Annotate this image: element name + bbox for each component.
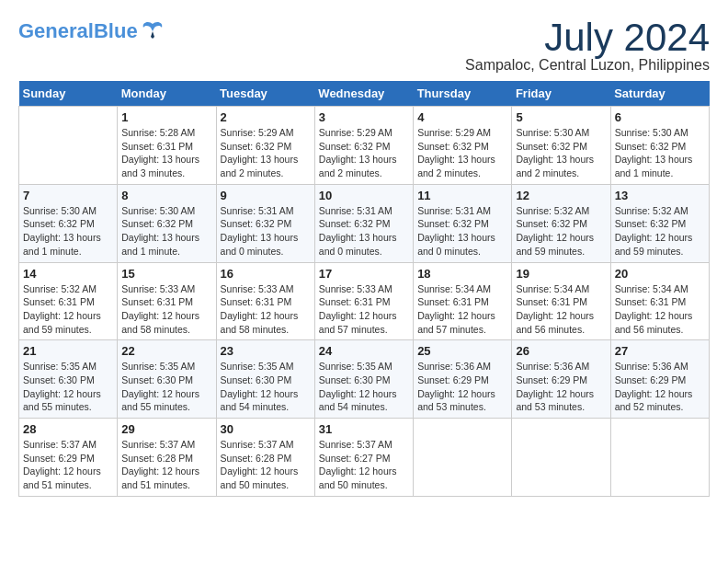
day-info: Sunrise: 5:30 AMSunset: 6:32 PMDaylight:… xyxy=(615,126,705,180)
calendar-cell: 4Sunrise: 5:29 AMSunset: 6:32 PMDaylight… xyxy=(414,107,512,185)
day-info: Sunrise: 5:33 AMSunset: 6:31 PMDaylight:… xyxy=(121,282,211,337)
day-info: Sunrise: 5:30 AMSunset: 6:32 PMDaylight:… xyxy=(23,204,113,259)
day-info: Sunrise: 5:32 AMSunset: 6:31 PMDaylight:… xyxy=(23,282,113,337)
day-number: 12 xyxy=(516,189,606,202)
calendar-cell: 25Sunrise: 5:36 AMSunset: 6:29 PMDayligh… xyxy=(414,340,512,419)
day-number: 18 xyxy=(417,267,507,281)
day-info: Sunrise: 5:28 AMSunset: 6:31 PMDaylight:… xyxy=(121,126,211,180)
calendar-cell: 10Sunrise: 5:31 AMSunset: 6:32 PMDayligh… xyxy=(314,184,413,262)
day-number: 21 xyxy=(23,344,113,358)
day-number: 4 xyxy=(417,110,507,124)
day-info: Sunrise: 5:36 AMSunset: 6:29 PMDaylight:… xyxy=(615,360,705,414)
day-number: 2 xyxy=(221,110,311,124)
day-info: Sunrise: 5:29 AMSunset: 6:32 PMDaylight:… xyxy=(221,126,311,180)
day-header-sunday: Sunday xyxy=(19,81,118,107)
calendar-cell xyxy=(414,419,512,497)
day-number: 1 xyxy=(121,110,211,124)
day-info: Sunrise: 5:35 AMSunset: 6:30 PMDaylight:… xyxy=(121,360,211,414)
week-row-2: 7Sunrise: 5:30 AMSunset: 6:32 PMDaylight… xyxy=(19,184,710,262)
calendar-cell: 18Sunrise: 5:34 AMSunset: 6:31 PMDayligh… xyxy=(414,262,512,340)
logo-text: GeneralBlue xyxy=(18,20,138,42)
calendar-cell: 2Sunrise: 5:29 AMSunset: 6:32 PMDaylight… xyxy=(216,107,314,185)
day-info: Sunrise: 5:35 AMSunset: 6:30 PMDaylight:… xyxy=(23,360,113,414)
week-row-5: 28Sunrise: 5:37 AMSunset: 6:29 PMDayligh… xyxy=(19,419,710,497)
calendar-cell: 20Sunrise: 5:34 AMSunset: 6:31 PMDayligh… xyxy=(610,262,709,340)
day-number: 11 xyxy=(417,189,507,202)
week-row-3: 14Sunrise: 5:32 AMSunset: 6:31 PMDayligh… xyxy=(19,262,710,340)
calendar-cell: 17Sunrise: 5:33 AMSunset: 6:31 PMDayligh… xyxy=(314,262,413,340)
day-number: 8 xyxy=(121,189,211,202)
day-number: 17 xyxy=(319,267,409,281)
day-info: Sunrise: 5:33 AMSunset: 6:31 PMDaylight:… xyxy=(221,282,311,337)
day-info: Sunrise: 5:36 AMSunset: 6:29 PMDaylight:… xyxy=(516,360,606,414)
week-row-4: 21Sunrise: 5:35 AMSunset: 6:30 PMDayligh… xyxy=(19,340,710,419)
calendar-cell: 1Sunrise: 5:28 AMSunset: 6:31 PMDaylight… xyxy=(118,107,216,185)
day-number: 16 xyxy=(221,267,311,281)
day-number: 6 xyxy=(615,110,705,124)
day-number: 25 xyxy=(417,344,507,358)
day-info: Sunrise: 5:31 AMSunset: 6:32 PMDaylight:… xyxy=(319,204,409,259)
day-header-monday: Monday xyxy=(118,81,216,107)
day-info: Sunrise: 5:37 AMSunset: 6:28 PMDaylight:… xyxy=(121,438,211,492)
week-row-1: 1Sunrise: 5:28 AMSunset: 6:31 PMDaylight… xyxy=(19,107,710,185)
day-number: 13 xyxy=(615,189,705,202)
day-info: Sunrise: 5:32 AMSunset: 6:32 PMDaylight:… xyxy=(516,204,606,259)
day-info: Sunrise: 5:30 AMSunset: 6:32 PMDaylight:… xyxy=(516,126,606,180)
day-info: Sunrise: 5:31 AMSunset: 6:32 PMDaylight:… xyxy=(417,204,507,259)
day-info: Sunrise: 5:34 AMSunset: 6:31 PMDaylight:… xyxy=(516,282,606,337)
day-number: 10 xyxy=(319,189,409,202)
calendar-cell: 27Sunrise: 5:36 AMSunset: 6:29 PMDayligh… xyxy=(610,340,709,419)
day-number: 30 xyxy=(221,422,311,436)
day-number: 19 xyxy=(516,267,606,281)
calendar-cell: 31Sunrise: 5:37 AMSunset: 6:27 PMDayligh… xyxy=(314,419,413,497)
calendar-cell: 7Sunrise: 5:30 AMSunset: 6:32 PMDaylight… xyxy=(19,184,118,262)
calendar-cell xyxy=(610,419,709,497)
page-header: GeneralBlue July 2024 Sampaloc, Central … xyxy=(18,18,710,74)
calendar-cell: 29Sunrise: 5:37 AMSunset: 6:28 PMDayligh… xyxy=(118,419,216,497)
calendar-header-row: SundayMondayTuesdayWednesdayThursdayFrid… xyxy=(19,81,710,107)
day-header-friday: Friday xyxy=(512,81,610,107)
day-info: Sunrise: 5:29 AMSunset: 6:32 PMDaylight:… xyxy=(417,126,507,180)
calendar-cell: 6Sunrise: 5:30 AMSunset: 6:32 PMDaylight… xyxy=(610,107,709,185)
day-number: 7 xyxy=(23,189,113,202)
calendar-cell: 26Sunrise: 5:36 AMSunset: 6:29 PMDayligh… xyxy=(512,340,610,419)
day-header-saturday: Saturday xyxy=(610,81,709,107)
calendar-cell: 23Sunrise: 5:35 AMSunset: 6:30 PMDayligh… xyxy=(216,340,314,419)
day-number: 15 xyxy=(121,267,211,281)
day-number: 31 xyxy=(319,422,409,436)
calendar-cell: 8Sunrise: 5:30 AMSunset: 6:32 PMDaylight… xyxy=(118,184,216,262)
day-info: Sunrise: 5:31 AMSunset: 6:32 PMDaylight:… xyxy=(221,204,311,259)
day-number: 9 xyxy=(221,189,311,202)
day-info: Sunrise: 5:35 AMSunset: 6:30 PMDaylight:… xyxy=(319,360,409,414)
day-number: 23 xyxy=(221,344,311,358)
day-number: 28 xyxy=(23,422,113,436)
month-title: July 2024 xyxy=(465,18,710,57)
day-number: 20 xyxy=(615,267,705,281)
day-number: 5 xyxy=(516,110,606,124)
day-info: Sunrise: 5:37 AMSunset: 6:29 PMDaylight:… xyxy=(23,438,113,492)
day-number: 26 xyxy=(516,344,606,358)
calendar-cell: 21Sunrise: 5:35 AMSunset: 6:30 PMDayligh… xyxy=(19,340,118,419)
calendar-cell: 5Sunrise: 5:30 AMSunset: 6:32 PMDaylight… xyxy=(512,107,610,185)
day-info: Sunrise: 5:34 AMSunset: 6:31 PMDaylight:… xyxy=(417,282,507,337)
logo-bird-icon xyxy=(140,18,165,44)
location: Sampaloc, Central Luzon, Philippines xyxy=(465,57,710,74)
day-number: 22 xyxy=(121,344,211,358)
day-info: Sunrise: 5:33 AMSunset: 6:31 PMDaylight:… xyxy=(319,282,409,337)
day-number: 14 xyxy=(23,267,113,281)
day-info: Sunrise: 5:32 AMSunset: 6:32 PMDaylight:… xyxy=(615,204,705,259)
day-info: Sunrise: 5:35 AMSunset: 6:30 PMDaylight:… xyxy=(221,360,311,414)
day-header-thursday: Thursday xyxy=(414,81,512,107)
calendar-cell: 22Sunrise: 5:35 AMSunset: 6:30 PMDayligh… xyxy=(118,340,216,419)
day-info: Sunrise: 5:30 AMSunset: 6:32 PMDaylight:… xyxy=(121,204,211,259)
calendar-cell: 30Sunrise: 5:37 AMSunset: 6:28 PMDayligh… xyxy=(216,419,314,497)
day-header-wednesday: Wednesday xyxy=(314,81,413,107)
day-header-tuesday: Tuesday xyxy=(216,81,314,107)
day-info: Sunrise: 5:37 AMSunset: 6:28 PMDaylight:… xyxy=(221,438,311,492)
calendar-cell: 12Sunrise: 5:32 AMSunset: 6:32 PMDayligh… xyxy=(512,184,610,262)
calendar-table: SundayMondayTuesdayWednesdayThursdayFrid… xyxy=(18,81,710,497)
day-info: Sunrise: 5:36 AMSunset: 6:29 PMDaylight:… xyxy=(417,360,507,414)
calendar-cell: 16Sunrise: 5:33 AMSunset: 6:31 PMDayligh… xyxy=(216,262,314,340)
day-info: Sunrise: 5:34 AMSunset: 6:31 PMDaylight:… xyxy=(615,282,705,337)
calendar-cell: 15Sunrise: 5:33 AMSunset: 6:31 PMDayligh… xyxy=(118,262,216,340)
